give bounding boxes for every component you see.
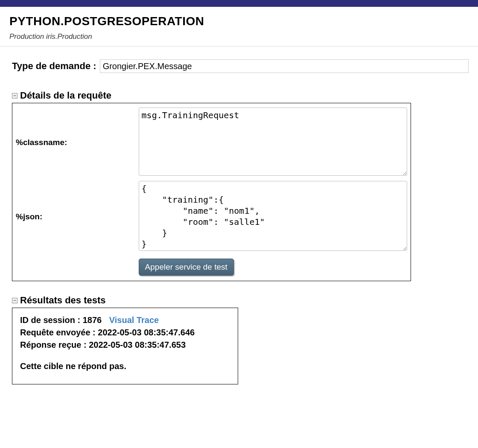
details-box: %classname: %json: Appeler service de te… xyxy=(12,103,411,281)
results-message: Cette cible ne répond pas. xyxy=(20,361,230,371)
request-sent-line: Requête envoyée : 2022-05-03 08:35:47.64… xyxy=(20,326,230,339)
response-received-label: Réponse reçue : xyxy=(20,340,87,349)
request-type-label: Type de demande : xyxy=(12,61,96,72)
json-row: %json: xyxy=(15,179,408,254)
classname-textarea[interactable] xyxy=(139,108,407,176)
request-type-input[interactable] xyxy=(100,59,469,73)
top-bar xyxy=(0,0,478,7)
session-id-value: 1876 xyxy=(83,315,102,325)
page-header: PYTHON.POSTGRESOPERATION Production iris… xyxy=(0,7,478,47)
results-box: ID de session : 1876 Visual Trace Requêt… xyxy=(12,308,238,384)
collapse-icon[interactable]: − xyxy=(12,298,17,303)
page-title: PYTHON.POSTGRESOPERATION xyxy=(9,15,469,28)
results-section-header: − Résultats des tests xyxy=(12,295,469,306)
json-textarea[interactable] xyxy=(139,181,407,251)
session-id-line: ID de session : 1876 Visual Trace xyxy=(20,314,230,326)
details-section-title: Détails de la requête xyxy=(20,90,111,101)
request-type-row: Type de demande : xyxy=(12,59,469,73)
page-subtitle: Production iris.Production xyxy=(9,32,469,41)
session-id-label: ID de session : xyxy=(20,315,80,325)
classname-label: %classname: xyxy=(15,106,138,179)
details-table: %classname: %json: Appeler service de te… xyxy=(15,106,408,278)
visual-trace-link[interactable]: Visual Trace xyxy=(109,315,159,325)
collapse-icon[interactable]: − xyxy=(12,93,17,99)
results-section-title: Résultats des tests xyxy=(20,295,106,306)
response-received-line: Réponse reçue : 2022-05-03 08:35:47.653 xyxy=(20,339,230,351)
details-section-header: − Détails de la requête xyxy=(12,90,469,101)
test-service-button[interactable]: Appeler service de test xyxy=(139,259,234,276)
request-sent-value: 2022-05-03 08:35:47.646 xyxy=(98,328,195,337)
json-label: %json: xyxy=(15,179,138,254)
response-received-value: 2022-05-03 08:35:47.653 xyxy=(89,340,186,349)
request-sent-label: Requête envoyée : xyxy=(20,328,96,337)
content-area: Type de demande : − Détails de la requêt… xyxy=(0,47,478,384)
button-row: Appeler service de test xyxy=(15,254,408,278)
classname-row: %classname: xyxy=(15,106,408,179)
